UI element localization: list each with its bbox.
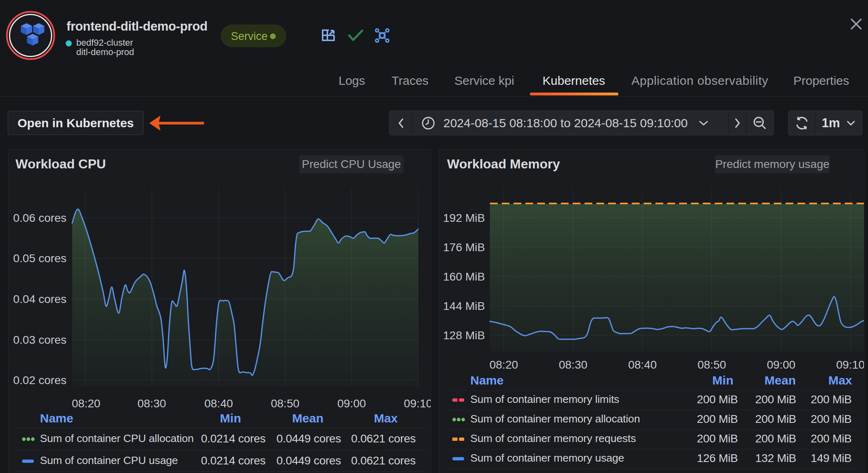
svg-text:128 MiB: 128 MiB [443,329,485,342]
svg-text:0.04 cores: 0.04 cores [13,293,66,305]
svg-text:08:40: 08:40 [204,397,233,410]
svg-text:08:40: 08:40 [628,358,657,371]
svg-text:08:30: 08:30 [137,397,166,410]
svg-text:192 MiB: 192 MiB [443,212,485,224]
svg-text:176 MiB: 176 MiB [443,241,485,254]
svg-text:160 MiB: 160 MiB [443,270,485,283]
svg-text:0.05 cores: 0.05 cores [13,252,66,265]
svg-text:09:10: 09:10 [404,397,431,410]
svg-text:09:00: 09:00 [337,397,366,410]
svg-text:0.03 cores: 0.03 cores [13,334,66,346]
svg-text:08:50: 08:50 [271,397,299,410]
svg-text:09:00: 09:00 [767,358,795,371]
svg-text:08:30: 08:30 [559,358,587,371]
svg-text:0.02 cores: 0.02 cores [13,374,66,387]
svg-text:08:20: 08:20 [72,397,100,410]
svg-text:144 MiB: 144 MiB [443,300,485,312]
svg-text:08:20: 08:20 [489,358,518,371]
svg-text:0.06 cores: 0.06 cores [13,212,66,224]
svg-text:08:50: 08:50 [698,358,726,371]
svg-text:09:10: 09:10 [836,358,864,371]
